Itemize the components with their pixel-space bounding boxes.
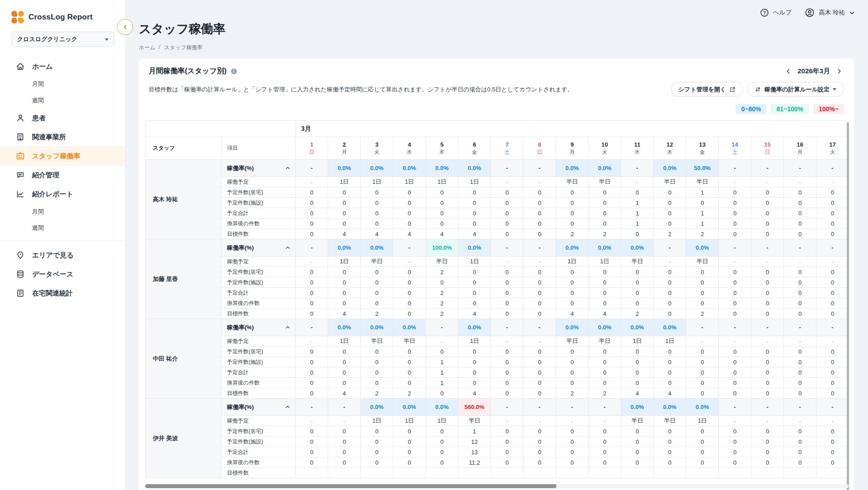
item-value-cell: 0 (751, 277, 784, 288)
collapse-rows-chevron-up-icon[interactable] (285, 404, 291, 410)
collapse-rows-chevron-up-icon[interactable] (285, 245, 291, 251)
item-value-cell: - (393, 257, 426, 267)
open-shift-management-button[interactable]: シフト管理を開く (671, 82, 744, 97)
id-badge-icon (15, 151, 25, 162)
item-value-cell: 0 (784, 367, 816, 378)
item-value-cell: 0 (751, 426, 784, 437)
rate-row-label-cell: 稼働率(%) (222, 319, 296, 336)
sidebar-item-staff-utilization[interactable]: スタッフ稼働率 (0, 147, 125, 166)
item-value-cell: 4 (328, 309, 361, 319)
item-value-cell: 半日 (361, 257, 393, 267)
rate-legend: 0~80%81~100%100%~ (145, 104, 849, 114)
item-value-cell: 0 (426, 437, 458, 447)
rate-value-cell: - (784, 319, 816, 336)
item-value-cell: 0 (589, 357, 621, 367)
item-value-cell: 0 (686, 288, 719, 298)
info-icon[interactable] (230, 67, 238, 75)
app-name: CrossLog Report (28, 13, 93, 22)
day-header: 2月 (328, 137, 361, 160)
item-value-cell: 0 (524, 388, 556, 399)
sidebar-item-home[interactable]: ホーム (0, 57, 125, 76)
sidebar-item-home-monthly[interactable]: 月間 (0, 76, 125, 92)
item-row-label: 換算後の件数 (222, 457, 296, 468)
day-header: 13金 (686, 137, 719, 160)
item-value-cell: 0 (296, 208, 328, 219)
item-row-label: 予定件数(施設) (222, 198, 296, 208)
rate-value-cell: 50.0% (686, 160, 719, 177)
item-value-cell: 0 (719, 198, 751, 208)
item-value-cell: 0 (816, 367, 849, 378)
staff-name-cell: 伊井 美波 (146, 399, 222, 478)
day-header: 11水 (621, 137, 654, 160)
sidebar-collapse-button[interactable] (117, 19, 133, 35)
rate-value-cell: - (784, 160, 816, 177)
item-value-cell: - (524, 177, 556, 187)
day-of-week: 日 (524, 149, 556, 155)
user-menu[interactable]: 高木 玲祐 (804, 7, 855, 18)
sidebar-item-label: スタッフ稼働率 (32, 152, 80, 161)
item-value-cell: 2 (686, 309, 719, 319)
item-value-cell (458, 468, 491, 478)
sidebar-item-home-weekly[interactable]: 週間 (0, 92, 125, 109)
sidebar-item-view-by-area[interactable]: エリアで見る (0, 246, 125, 265)
item-value-cell: 半日 (686, 257, 719, 267)
clinic-selector[interactable]: クロスログクリニック (11, 32, 114, 47)
item-value-cell: 0 (491, 298, 524, 309)
sidebar-menu: ホーム月間週間患者関連事業所スタッフ稼働率紹介管理紹介レポート月間週間エリアで見… (0, 57, 125, 303)
item-value-cell (686, 468, 719, 478)
vertical-scrollbar[interactable] (847, 122, 849, 490)
table-row: 予定合計00001000000000000 (146, 367, 849, 378)
item-value-cell: 0 (426, 198, 458, 208)
horizontal-scrollbar-thumb[interactable] (145, 484, 557, 488)
table-row: 予定合計000001300000000000 (146, 447, 849, 457)
item-value-cell: 4 (556, 309, 589, 319)
calc-rule-settings-button[interactable]: 稼働率の計算ルール設定 (747, 82, 844, 97)
item-value-cell: 0 (784, 447, 816, 457)
item-value-cell: - (621, 177, 654, 187)
sidebar-item-referral-report[interactable]: 紹介レポート (0, 185, 125, 204)
rate-value-cell: - (719, 399, 751, 416)
rate-value-cell: - (784, 239, 816, 257)
item-value-cell: 0 (328, 437, 361, 447)
item-value-cell: 0 (361, 219, 393, 229)
item-value-cell: 0 (556, 437, 589, 447)
item-value-cell: 0 (719, 457, 751, 468)
item-value-cell: 0 (751, 388, 784, 399)
collapse-rows-chevron-up-icon[interactable] (285, 324, 291, 330)
item-value-cell: 0 (589, 378, 621, 388)
item-value-cell: 半日 (589, 336, 621, 347)
breadcrumb-home[interactable]: ホーム (139, 44, 156, 52)
next-month-button[interactable] (835, 67, 843, 75)
rate-value-cell: - (328, 399, 361, 416)
prev-month-button[interactable] (784, 67, 792, 75)
rate-value-cell: 0.0% (589, 319, 621, 336)
sidebar-item-patients[interactable]: 患者 (0, 109, 125, 128)
sidebar-item-home-care-stats[interactable]: 在宅関連統計 (0, 284, 125, 303)
help-button[interactable]: ? ヘルプ (760, 8, 792, 18)
collapse-rows-chevron-up-icon[interactable] (285, 165, 291, 171)
item-value-cell: 0 (328, 219, 361, 229)
item-value-cell: 0 (296, 447, 328, 457)
item-value-cell: - (491, 257, 524, 267)
item-value-cell: 0 (589, 437, 621, 447)
item-value-cell: 0 (621, 367, 654, 378)
horizontal-scrollbar[interactable] (145, 484, 849, 488)
rate-value-cell: - (589, 399, 621, 416)
sidebar-item-referral-report-monthly[interactable]: 月間 (0, 204, 125, 220)
item-value-cell: 0 (361, 288, 393, 298)
item-value-cell: 0 (686, 347, 719, 357)
item-value-cell: 0 (719, 229, 751, 239)
item-value-cell: 0 (784, 267, 816, 277)
item-value-cell: 2 (361, 388, 393, 399)
sidebar-item-referral-management[interactable]: 紹介管理 (0, 166, 125, 185)
item-value-cell (426, 468, 458, 478)
item-value-cell: 0 (589, 267, 621, 277)
item-value-cell: 0 (719, 367, 751, 378)
sidebar-item-referral-report-weekly[interactable]: 週間 (0, 220, 125, 236)
item-value-cell: 0 (296, 187, 328, 198)
sidebar-item-related-offices[interactable]: 関連事業所 (0, 128, 125, 147)
item-value-cell: 0 (816, 198, 849, 208)
sidebar-item-database[interactable]: データベース (0, 265, 125, 284)
item-value-cell: 0 (524, 367, 556, 378)
item-value-cell: 0 (556, 288, 589, 298)
